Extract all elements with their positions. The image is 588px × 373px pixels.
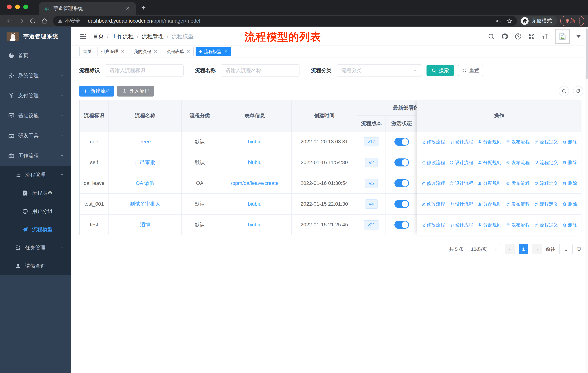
close-tab-icon[interactable]: ✕ xyxy=(125,5,131,11)
next-page-button[interactable] xyxy=(532,244,542,254)
import-process-button[interactable]: 导入流程 xyxy=(117,86,154,97)
publish-action-link[interactable]: 发布流程 xyxy=(506,201,530,207)
delete-action-link[interactable]: 删除 xyxy=(562,222,577,228)
fullscreen-icon[interactable] xyxy=(528,33,535,40)
process-name-link[interactable]: 滔博 xyxy=(140,221,150,228)
scrollbar-thumb[interactable] xyxy=(586,28,588,80)
back-icon[interactable] xyxy=(6,18,13,24)
active-state-toggle[interactable] xyxy=(394,159,409,166)
active-state-toggle[interactable] xyxy=(394,200,409,208)
sidebar-item-workflow[interactable]: 工作流程 xyxy=(0,146,71,166)
assign-action-link[interactable]: 分配规则 xyxy=(478,180,501,186)
publish-action-link[interactable]: 发布流程 xyxy=(506,160,530,166)
prev-page-button[interactable] xyxy=(505,244,515,254)
bookmark-star-icon[interactable] xyxy=(506,18,512,24)
close-tag-icon[interactable]: ✕ xyxy=(187,49,190,54)
form-info-link[interactable]: biubiu xyxy=(248,222,262,228)
create-process-button[interactable]: 新建流程 xyxy=(79,86,114,97)
password-key-icon[interactable] xyxy=(495,18,501,24)
sidebar-item-process-form[interactable]: 流程表单 xyxy=(0,184,71,202)
design-action-link[interactable]: 设计流程 xyxy=(449,160,473,166)
definition-action-link[interactable]: 流程定义 xyxy=(534,180,558,186)
active-state-toggle[interactable] xyxy=(394,138,409,146)
delete-action-link[interactable]: 删除 xyxy=(562,180,577,186)
filter-key-input[interactable] xyxy=(105,64,184,77)
process-name-link[interactable]: 测试多审批人 xyxy=(130,201,160,207)
filter-category-select[interactable]: 流程分类 xyxy=(337,64,422,77)
assign-action-link[interactable]: 分配规则 xyxy=(478,201,501,207)
goto-page-input[interactable] xyxy=(559,244,573,254)
publish-action-link[interactable]: 发布流程 xyxy=(506,180,530,186)
sidebar-item-devtools[interactable]: 研发工具 xyxy=(0,126,71,146)
filter-name-input[interactable] xyxy=(221,64,299,77)
form-info-link[interactable]: biubiu xyxy=(248,201,262,207)
assign-action-link[interactable]: 分配规则 xyxy=(478,160,501,166)
browser-menu-icon[interactable] xyxy=(579,18,580,23)
sidebar-item-payment[interactable]: 支付管理 xyxy=(0,86,71,106)
zoom-window-button[interactable] xyxy=(23,5,28,9)
breadcrumb-process-mgmt[interactable]: 流程管理 xyxy=(142,33,164,40)
page-scrollbar[interactable] xyxy=(585,27,588,373)
search-button[interactable]: 搜索 xyxy=(427,65,454,76)
modify-action-link[interactable]: 修改流程 xyxy=(421,201,445,207)
breadcrumb-workflow[interactable]: 工作流程 xyxy=(112,33,134,40)
publish-action-link[interactable]: 发布流程 xyxy=(506,222,530,228)
sidebar-item-leave-query[interactable]: 请假查询 xyxy=(0,257,71,275)
close-window-button[interactable] xyxy=(7,5,12,9)
form-info-link[interactable]: biubiu xyxy=(248,160,262,165)
breadcrumb-home[interactable]: 首页 xyxy=(93,33,104,40)
github-icon[interactable] xyxy=(501,33,508,40)
assign-action-link[interactable]: 分配规则 xyxy=(478,139,501,145)
sidebar-item-home[interactable]: 首页 xyxy=(0,46,71,66)
refresh-table-button[interactable] xyxy=(573,86,583,96)
tag-home[interactable]: 首页 xyxy=(79,47,95,56)
avatar[interactable] xyxy=(555,29,570,44)
definition-action-link[interactable]: 流程定义 xyxy=(534,139,558,145)
update-button[interactable]: 更新 xyxy=(560,16,584,26)
security-label[interactable]: 不安全 xyxy=(65,18,80,24)
design-action-link[interactable]: 设计流程 xyxy=(449,222,473,228)
modify-action-link[interactable]: 修改流程 xyxy=(421,222,445,228)
delete-action-link[interactable]: 删除 xyxy=(562,139,577,145)
design-action-link[interactable]: 设计流程 xyxy=(449,201,473,207)
browser-tab[interactable]: 芋道管理系统 ✕ xyxy=(39,2,136,15)
sidebar-item-task-mgmt[interactable]: 任务管理 xyxy=(0,239,71,257)
show-search-button[interactable] xyxy=(559,86,569,96)
update-label[interactable]: 更新 xyxy=(565,18,575,24)
sidebar-collapse-icon[interactable] xyxy=(79,33,87,40)
form-info-link[interactable]: biubiu xyxy=(248,139,262,145)
modify-action-link[interactable]: 修改流程 xyxy=(421,160,445,166)
form-info-link[interactable]: /bpm/oa/leave/create xyxy=(231,180,279,186)
address-bar[interactable]: 不安全 dashboard.yudao.iocoder.cn/bpm/manag… xyxy=(53,16,517,26)
reset-button[interactable]: 重置 xyxy=(458,65,483,76)
delete-action-link[interactable]: 删除 xyxy=(562,160,577,166)
close-tag-icon[interactable]: ✕ xyxy=(121,49,125,54)
sidebar-item-user-group[interactable]: 用户分组 xyxy=(0,202,71,220)
font-size-icon[interactable] xyxy=(542,33,549,40)
process-name-link[interactable]: 自己审批 xyxy=(135,159,155,166)
design-action-link[interactable]: 设计流程 xyxy=(449,180,473,186)
current-page-button[interactable]: 1 xyxy=(519,244,528,254)
home-icon[interactable] xyxy=(41,18,48,24)
sidebar-item-process-model[interactable]: 流程模型 xyxy=(0,220,71,239)
design-action-link[interactable]: 设计流程 xyxy=(449,139,473,145)
tag-my-process[interactable]: 我的流程✕ xyxy=(130,47,161,56)
tag-process-form[interactable]: 流程表单✕ xyxy=(163,47,194,56)
modify-action-link[interactable]: 修改流程 xyxy=(421,180,445,186)
definition-action-link[interactable]: 流程定义 xyxy=(534,160,558,166)
assign-action-link[interactable]: 分配规则 xyxy=(478,222,501,228)
sidebar-item-process-mgmt[interactable]: 流程管理 xyxy=(0,166,71,184)
process-name-link[interactable]: eeee xyxy=(139,139,151,145)
page-size-select[interactable]: 10条/页 xyxy=(468,244,501,254)
publish-action-link[interactable]: 发布流程 xyxy=(506,139,530,145)
reload-icon[interactable] xyxy=(30,18,36,24)
search-icon[interactable] xyxy=(488,33,495,40)
delete-action-link[interactable]: 删除 xyxy=(562,201,577,207)
chevron-down-icon[interactable] xyxy=(576,35,581,38)
sidebar-item-infra[interactable]: 基础设施 xyxy=(0,106,71,126)
definition-action-link[interactable]: 流程定义 xyxy=(534,201,558,207)
close-tag-icon[interactable]: ✕ xyxy=(154,49,157,54)
tag-process-model[interactable]: 流程模型✕ xyxy=(196,47,231,56)
help-icon[interactable] xyxy=(515,33,522,40)
tag-tenant[interactable]: 租户管理✕ xyxy=(97,47,128,56)
